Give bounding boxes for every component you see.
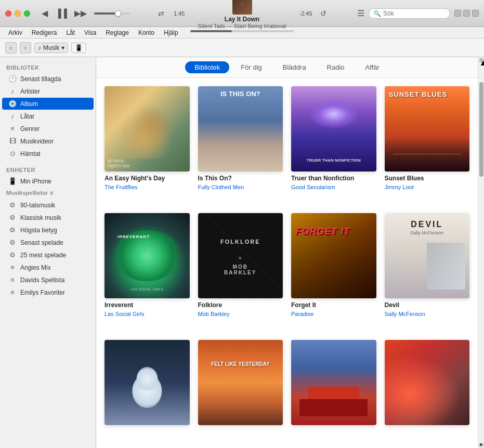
window-minimize-btn[interactable]	[454, 10, 461, 17]
album-card-sunset-blues[interactable]: SUNSET BLUES Sunset Blues Jimmy Loot	[385, 86, 470, 205]
sidebar-item-classical[interactable]: ⚙ Klassisk musik	[2, 212, 94, 223]
playlist-davids-icon: ≡	[8, 276, 17, 284]
tab-bladddra[interactable]: Bläddra	[273, 61, 316, 73]
menu-visa[interactable]: Visa	[80, 28, 100, 37]
sidebar-item-artists[interactable]: ♪ Artister	[2, 85, 94, 97]
album-card-felt-like-yesterday[interactable]: FELT LIKE YESTERDAY	[198, 340, 283, 440]
album-cover-devil: DEVIL Sally McFenson	[385, 213, 470, 298]
repeat-button[interactable]: ↺	[320, 9, 326, 18]
library-selector[interactable]: ♪ Musik ▾	[34, 43, 68, 53]
volume-slider[interactable]	[94, 12, 130, 15]
menu-arkiv[interactable]: Arkiv	[4, 28, 27, 37]
song-title: Lay It Down	[225, 16, 259, 23]
album-cover-snowman	[104, 340, 190, 425]
playlist-top25-icon: ⚙	[8, 251, 17, 259]
traffic-lights	[5, 10, 30, 17]
sidebar-item-music-videos[interactable]: 🎞 Musikvideor	[2, 135, 94, 147]
menu-lat[interactable]: Låt	[62, 28, 79, 37]
sidebar-item-90s[interactable]: ⚙ 90-talsmusik	[2, 199, 94, 211]
album-artist-truer-than: Good Secularism	[291, 184, 376, 190]
playlist-recently-played-icon: ⚙	[8, 239, 17, 246]
toolbar: ‹ › ♪ Musik ▾ 📱	[0, 38, 484, 57]
artists-icon: ♪	[8, 87, 17, 95]
progress-bar[interactable]	[190, 30, 294, 32]
music-note-icon: ♪	[38, 44, 41, 51]
sidebar-item-angies-mix[interactable]: ≡ Angies Mix	[2, 261, 94, 273]
album-card-an-easy-nights-day[interactable]: an easynight's day An Easy Night's Day T…	[104, 86, 190, 205]
content-area: Bibliotek För dig Bläddra Radio Affär an…	[96, 57, 478, 448]
album-card-forget-it[interactable]: FORGET IT Forget It Paradise	[291, 213, 376, 332]
sidebar-item-genres[interactable]: ≡ Genrer	[2, 123, 94, 135]
album-title-devil: Devil	[385, 301, 470, 309]
iphone-sidebar-icon: 📱	[8, 177, 17, 185]
sidebar-label-genres: Genrer	[20, 125, 40, 133]
iphone-device-button[interactable]: 📱	[71, 43, 86, 53]
scroll-thumb[interactable]	[479, 82, 483, 177]
sidebar-item-davids-list[interactable]: ≡ Davids Spellista	[2, 274, 94, 286]
album-artist-is-this-on: Fully Clothed Men	[198, 184, 283, 190]
album-card-folklore[interactable]: FOLKLORE ✕ MOB BARKLEY Folklore Mob Bark…	[198, 213, 283, 332]
album-artist-forget-it: Paradise	[291, 311, 376, 317]
sidebar-section-bibliotek: Bibliotek	[0, 61, 96, 72]
album-card-abstract-red[interactable]	[385, 340, 470, 440]
tab-bibliotek[interactable]: Bibliotek	[185, 61, 229, 73]
nav-back-button[interactable]: ‹	[5, 42, 17, 54]
playlist-emilys-icon: ≡	[8, 288, 17, 296]
pause-button[interactable]: ▐▐	[53, 8, 69, 19]
album-card-truer-than[interactable]: TRUER THAN NONFICTION Truer than Nonfict…	[291, 86, 376, 205]
album-cover-folklore: FOLKLORE ✕ MOB BARKLEY	[198, 213, 283, 298]
album-cover-forget-it: FORGET IT	[291, 213, 376, 298]
menu-redigera[interactable]: Redigera	[28, 28, 61, 37]
tab-for-dig[interactable]: För dig	[231, 61, 271, 73]
sidebar-item-top-rated[interactable]: ⚙ Högsta betyg	[2, 224, 94, 236]
sidebar-section-enheter: Enheter	[0, 164, 96, 175]
album-title-forget-it: Forget It	[291, 301, 376, 309]
menu-reglage[interactable]: Reglage	[101, 28, 133, 37]
nav-forward-button[interactable]: ›	[20, 42, 31, 54]
search-icon: 🔍	[373, 10, 381, 17]
list-view-button[interactable]: ☰	[357, 8, 364, 18]
sidebar-item-songs[interactable]: ♪ Låtar	[2, 110, 94, 122]
close-button[interactable]	[5, 10, 11, 17]
album-cover-an-easy-nights-day: an easynight's day	[104, 86, 190, 172]
album-card-red-car[interactable]	[291, 340, 376, 440]
sidebar-item-my-iphone[interactable]: 📱 Min iPhone	[2, 175, 94, 187]
next-button[interactable]: ▶▶	[72, 7, 89, 19]
shuffle-button[interactable]: ⇄	[158, 9, 164, 18]
time-elapsed: 1:45	[169, 10, 185, 17]
now-playing-info: Lay It Down Silent Tails — Start Being I…	[198, 16, 286, 29]
window-maximize-btn[interactable]	[463, 10, 470, 17]
now-playing-thumbnail: ♪	[232, 0, 252, 15]
musikspellistor-header[interactable]: Musikspellistor ∨	[0, 188, 96, 199]
previous-button[interactable]: ◀	[40, 7, 50, 19]
tabs-bar: Bibliotek För dig Bläddra Radio Affär	[96, 57, 478, 78]
minimize-button[interactable]	[15, 10, 21, 17]
sidebar-item-downloaded[interactable]: ⊙ Hämtat	[2, 148, 94, 160]
album-card-is-this-on[interactable]: IS THIS ON? Is This On? Fully Clothed Me…	[198, 86, 283, 205]
window-buttons	[454, 10, 479, 17]
library-label: Musik	[43, 44, 59, 51]
sidebar-item-recently-added[interactable]: 🕐 Senast tillagda	[2, 73, 94, 85]
progress-area: ♪ Lay It Down Silent Tails — Start Being…	[190, 0, 294, 32]
window-close-btn[interactable]	[472, 10, 479, 17]
sidebar-item-albums[interactable]: 💿 Album	[2, 98, 94, 110]
tab-affar[interactable]: Affär	[356, 61, 389, 73]
scroll-down-btn[interactable]: ▼	[479, 443, 483, 447]
album-title-truer-than: Truer than Nonfiction	[291, 175, 376, 182]
search-box[interactable]: 🔍	[369, 8, 450, 19]
scroll-track[interactable]	[479, 63, 483, 442]
sidebar-item-emilys-favs[interactable]: ≡ Emilys Favoriter	[2, 286, 94, 298]
album-card-devil[interactable]: DEVIL Sally McFenson Devil Sally McFenso…	[385, 213, 470, 332]
search-input[interactable]	[383, 10, 446, 17]
sidebar-item-top25[interactable]: ⚙ 25 mest spelade	[2, 249, 94, 261]
sidebar-label-albums: Album	[20, 100, 38, 108]
sidebar-label-songs: Låtar	[20, 113, 34, 120]
tab-radio[interactable]: Radio	[318, 61, 354, 73]
sidebar-item-recently-played[interactable]: ⚙ Senast spelade	[2, 236, 94, 248]
album-card-snowman[interactable]	[104, 340, 190, 440]
menu-konto[interactable]: Konto	[134, 28, 159, 37]
scroll-up-btn[interactable]: ▲	[479, 58, 483, 62]
scrollbar[interactable]: ▲ ▼	[478, 57, 484, 448]
album-card-irreverent[interactable]: IRREVERANT LAS SOCIAL GIRLS Irreverent L…	[104, 213, 190, 332]
maximize-button[interactable]	[24, 10, 30, 17]
